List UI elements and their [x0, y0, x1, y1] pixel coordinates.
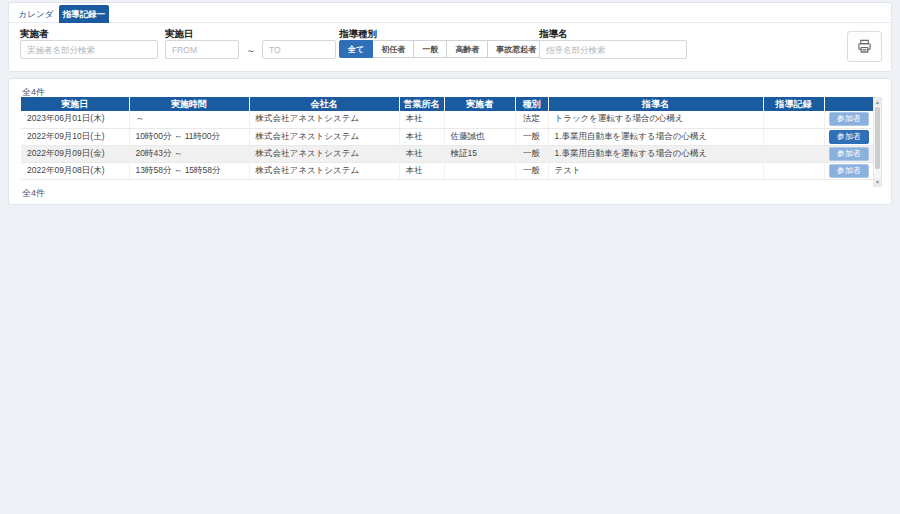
cell-implementer [444, 162, 515, 179]
date-from-input[interactable] [165, 40, 239, 59]
cell-name: 1.事業用自動車を運転する場合の心構え [548, 128, 763, 145]
type-option-2[interactable]: 一般 [414, 40, 447, 58]
column-header-2: 会社名 [249, 97, 399, 111]
participants-button[interactable]: 参加者 [829, 164, 869, 178]
cell-date: 2022年09月08日(木) [21, 162, 129, 179]
column-header-1: 実施時間 [129, 97, 249, 111]
tab-bar: カレンダー 指導記録一覧 [9, 3, 891, 23]
cell-date: 2022年09月10日(土) [21, 128, 129, 145]
scrollbar-thumb[interactable] [875, 107, 880, 169]
cell-office: 本社 [399, 128, 444, 145]
vertical-scrollbar[interactable]: ▲ ▼ [873, 97, 882, 187]
cell-date: 2023年06月01日(木) [21, 111, 129, 128]
column-header-8 [824, 97, 873, 111]
cell-implementer: 佐藤誠也 [444, 128, 515, 145]
cell-record [763, 128, 824, 145]
guidance-record-table: 実施日実施時間会社名営業所名実施者種別指導名指導記録 2023年06月01日(木… [21, 97, 873, 180]
table-body: 2023年06月01日(木)～株式会社アネストシステム本社法定トラックを運転する… [21, 111, 873, 179]
cell-implementer: 検証15 [444, 145, 515, 162]
cell-action: 参加者 [824, 145, 873, 162]
cell-record [763, 162, 824, 179]
cell-type: 一般 [515, 162, 548, 179]
cell-company: 株式会社アネストシステム [249, 111, 399, 128]
cell-type: 一般 [515, 145, 548, 162]
type-option-1[interactable]: 初任者 [373, 40, 414, 58]
participants-button[interactable]: 参加者 [829, 112, 869, 126]
type-option-3[interactable]: 高齢者 [447, 40, 488, 58]
cell-time: 20時43分 ～ [129, 145, 249, 162]
cell-time: 13時58分 ～ 15時58分 [129, 162, 249, 179]
cell-type: 法定 [515, 111, 548, 128]
table-row: 2023年06月01日(木)～株式会社アネストシステム本社法定トラックを運転する… [21, 111, 873, 128]
column-header-4: 実施者 [444, 97, 515, 111]
column-header-0: 実施日 [21, 97, 129, 111]
date-range-separator: ～ [242, 44, 260, 58]
participants-button[interactable]: 参加者 [829, 147, 869, 161]
cell-type: 一般 [515, 128, 548, 145]
cell-company: 株式会社アネストシステム [249, 145, 399, 162]
printer-icon [857, 39, 872, 54]
filter-panel: カレンダー 指導記録一覧 実施者 実施日 ～ 指導種別 全て初任者一般高齢者事故… [8, 2, 892, 72]
cell-name: テスト [548, 162, 763, 179]
cell-company: 株式会社アネストシステム [249, 128, 399, 145]
scroll-down-icon[interactable]: ▼ [874, 178, 881, 186]
cell-action: 参加者 [824, 128, 873, 145]
tab-calendar[interactable]: カレンダー [15, 5, 57, 23]
cell-action: 参加者 [824, 162, 873, 179]
table-header-row: 実施日実施時間会社名営業所名実施者種別指導名指導記録 [21, 97, 873, 111]
cell-office: 本社 [399, 111, 444, 128]
type-option-0[interactable]: 全て [339, 40, 373, 58]
tab-guidance-record-list[interactable]: 指導記録一覧 [59, 5, 109, 23]
print-button[interactable] [847, 31, 882, 62]
date-to-input[interactable] [262, 40, 336, 59]
cell-date: 2022年09月09日(金) [21, 145, 129, 162]
column-header-7: 指導記録 [763, 97, 824, 111]
participants-button[interactable]: 参加者 [829, 130, 869, 144]
cell-company: 株式会社アネストシステム [249, 162, 399, 179]
cell-office: 本社 [399, 162, 444, 179]
column-header-3: 営業所名 [399, 97, 444, 111]
table-row: 2022年09月09日(金)20時43分 ～株式会社アネストシステム本社検証15… [21, 145, 873, 162]
cell-name: 1.事業用自動車を運転する場合の心構え [548, 145, 763, 162]
cell-office: 本社 [399, 145, 444, 162]
result-panel: 全4件 実施日実施時間会社名営業所名実施者種別指導名指導記録 2023年06月0… [8, 78, 892, 205]
table-scroll-area: 実施日実施時間会社名営業所名実施者種別指導名指導記録 2023年06月01日(木… [21, 97, 882, 187]
table-row: 2022年09月08日(木)13時58分 ～ 15時58分株式会社アネストシステ… [21, 162, 873, 179]
column-header-6: 指導名 [548, 97, 763, 111]
cell-record [763, 145, 824, 162]
implementer-search-input[interactable] [20, 40, 158, 59]
cell-time: ～ [129, 111, 249, 128]
cell-action: 参加者 [824, 111, 873, 128]
guidance-name-search-input[interactable] [539, 40, 687, 59]
table-row: 2022年09月10日(土)10時00分 ～ 11時00分株式会社アネストシステ… [21, 128, 873, 145]
type-option-4[interactable]: 事故惹起者 [488, 40, 545, 58]
cell-name: トラックを運転する場合の心構え [548, 111, 763, 128]
cell-implementer [444, 111, 515, 128]
cell-record [763, 111, 824, 128]
result-count-bottom: 全4件 [22, 187, 45, 200]
scroll-up-icon[interactable]: ▲ [874, 98, 881, 106]
cell-time: 10時00分 ～ 11時00分 [129, 128, 249, 145]
column-header-5: 種別 [515, 97, 548, 111]
